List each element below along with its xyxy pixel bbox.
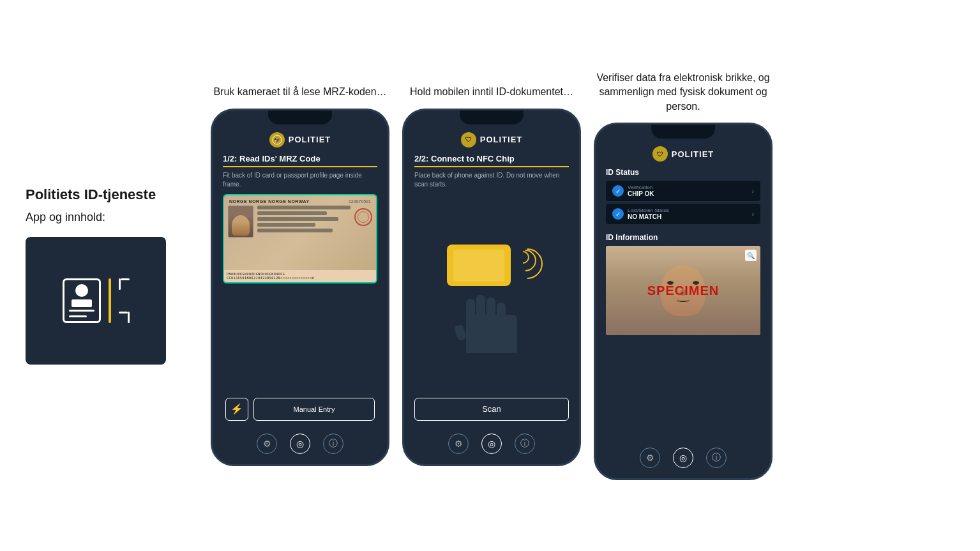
- nfc-waves: [503, 251, 543, 279]
- search-icon-corner[interactable]: 🔍: [745, 250, 757, 261]
- left-panel: Politiets ID-tjeneste App og innhold:: [19, 174, 198, 377]
- phone-3: 🛡 POLITIET ID Status ✓ Verification CHIP…: [594, 123, 773, 480]
- phone-2-notch: [460, 110, 524, 125]
- data-line-1: [257, 206, 351, 209]
- politiet-emblem-3: 🛡: [652, 146, 668, 162]
- data-line-3: [257, 217, 338, 221]
- nfc-illustration: [414, 194, 569, 398]
- app-title: Politiets ID-tjeneste: [26, 186, 156, 203]
- phone-1-header: 🦅 POLITIET: [223, 132, 377, 147]
- bracket-icon: [119, 278, 130, 323]
- step-underline-1: [223, 166, 377, 167]
- bracket-top: [119, 278, 130, 290]
- status-sublabel-1: Verification: [628, 185, 654, 190]
- politiet-text-3: POLITIET: [672, 149, 714, 159]
- scan-icon-3[interactable]: ◎: [673, 448, 693, 468]
- status-label-2: Lost/Stolen Status NO MATCH: [628, 208, 669, 220]
- main-container: Politiets ID-tjeneste App og innhold:: [0, 0, 980, 551]
- bracket-br-v: [128, 312, 130, 323]
- info-icon-3[interactable]: ⓘ: [706, 448, 727, 468]
- bracket-tl-v: [119, 278, 121, 290]
- politiet-emblem-2: 🛡: [461, 132, 476, 147]
- bracket-tl-h: [121, 278, 130, 280]
- phone-2-header: 🛡 POLITIET: [414, 132, 569, 147]
- icon-line-2: [69, 315, 87, 317]
- status-item-2-left: ✓ Lost/Stolen Status NO MATCH: [612, 208, 669, 220]
- scan-frame: NORGE NORGE NORGE NORWAY 123070591: [223, 194, 377, 283]
- icon-line-1: [69, 310, 94, 312]
- emblem-svg-1: 🦅: [272, 135, 282, 145]
- passport-header: NORGE NORGE NORGE NORWAY 123070591: [227, 198, 373, 205]
- passport-image: NORGE NORGE NORGE NORWAY 123070591: [224, 195, 376, 282]
- politiet-logo-1: 🦅 POLITIET: [269, 132, 331, 147]
- hand-palm: [466, 315, 517, 353]
- chevron-2: ›: [752, 211, 754, 218]
- step-underline-2: [414, 166, 569, 167]
- passport-num: 123070591: [349, 199, 371, 204]
- screen2-caption: Hold mobilen inntil ID-dokumentet…: [410, 85, 573, 99]
- phone-2-footer: ⚙ ◎ ⓘ: [404, 427, 579, 464]
- politiet-logo-3: 🛡 POLITIET: [652, 146, 714, 162]
- passport-photo: [228, 206, 253, 238]
- politiet-emblem-1: 🦅: [269, 132, 285, 147]
- phone-3-footer: ⚙ ◎ ⓘ: [596, 441, 771, 478]
- settings-icon-2[interactable]: ⚙: [448, 434, 469, 454]
- screen1-caption: Bruk kameraet til å lese MRZ-koden…: [213, 85, 386, 99]
- nfc-hand: [441, 238, 543, 353]
- passport-face: [232, 215, 250, 236]
- settings-icon-1[interactable]: ⚙: [257, 434, 277, 454]
- red-stamp: [354, 208, 372, 226]
- app-icon-box: [26, 237, 166, 365]
- status-sublabel-2: Lost/Stolen Status: [628, 208, 669, 213]
- svg-text:🦅: 🦅: [274, 137, 280, 144]
- bracket-bottom: [119, 312, 130, 323]
- step-desc-1: Fit back of ID card or passport profile …: [223, 171, 377, 189]
- specimen-text: SPECIMEN: [647, 283, 719, 298]
- settings-icon-3[interactable]: ⚙: [640, 448, 660, 468]
- phone-1: 🦅 POLITIET 1/2: Read IDs' MRZ Code Fit b…: [211, 109, 389, 466]
- mrz-line-2: CC0135591N063J042305012B<<<<<<<<<<<<<<d: [227, 276, 373, 280]
- phone-col-3: Verifiser data fra elektronisk brikke, o…: [594, 71, 773, 480]
- phone-2: 🛡 POLITIET 2/2: Connect to NFC Chip Plac…: [402, 109, 581, 466]
- flash-button[interactable]: ⚡: [225, 398, 248, 421]
- status-item-1-left: ✓ Verification CHIP OK: [612, 185, 654, 197]
- person-body: [72, 299, 92, 307]
- bottom-buttons-1: ⚡ Manual Entry: [223, 398, 377, 421]
- info-icon-1[interactable]: ⓘ: [323, 434, 343, 454]
- scan-button[interactable]: Scan: [414, 398, 569, 421]
- phone-3-header: 🛡 POLITIET: [606, 146, 760, 162]
- phone-2-content: 🛡 POLITIET 2/2: Connect to NFC Chip Plac…: [404, 125, 579, 427]
- phone-1-content: 🦅 POLITIET 1/2: Read IDs' MRZ Code Fit b…: [213, 125, 388, 427]
- status-value-1: CHIP OK: [628, 190, 654, 197]
- info-icon-2[interactable]: ⓘ: [515, 434, 535, 454]
- id-status-title: ID Status: [606, 168, 760, 177]
- face-mouth: [677, 298, 690, 302]
- step-desc-2: Place back of phone against ID. Do not m…: [414, 171, 569, 189]
- screen3-caption: Verifiser data fra elektronisk brikke, o…: [594, 71, 773, 114]
- chevron-1: ›: [752, 188, 754, 195]
- id-info-title: ID Information: [606, 233, 760, 242]
- data-line-2: [257, 211, 327, 215]
- status-check-2: ✓: [612, 208, 624, 220]
- icon-divider: [109, 278, 111, 323]
- person-head: [75, 284, 88, 297]
- phone-col-2: Hold mobilen inntil ID-dokumentet… 🛡 POL…: [402, 85, 581, 465]
- app-subtitle: App og innhold:: [26, 211, 105, 224]
- data-line-4: [257, 223, 315, 227]
- status-item-2: ✓ Lost/Stolen Status NO MATCH ›: [606, 204, 760, 224]
- step-title-1: 1/2: Read IDs' MRZ Code: [223, 154, 377, 163]
- phone-1-notch: [268, 110, 332, 125]
- red-stamp-inner: [358, 211, 369, 223]
- data-line-5: [257, 229, 333, 232]
- manual-entry-button[interactable]: Manual Entry: [253, 398, 375, 421]
- passport-country-1: NORGE NORGE NORGE NORWAY: [229, 199, 310, 204]
- nfc-arc-3: [506, 242, 549, 285]
- mrz-strip: PNORHOEGNOHOEGNOHOEGNOHOEG CC0135591N063…: [224, 270, 376, 282]
- status-item-1: ✓ Verification CHIP OK ›: [606, 181, 760, 201]
- bracket-br-h: [119, 312, 128, 313]
- phone-3-notch: [651, 125, 715, 139]
- phone-3-content: 🛡 POLITIET ID Status ✓ Verification CHIP…: [596, 139, 771, 441]
- phone-col-1: Bruk kameraet til å lese MRZ-koden… 🦅 PO…: [211, 85, 389, 465]
- scan-icon-2[interactable]: ◎: [481, 434, 502, 454]
- scan-icon-1[interactable]: ◎: [290, 434, 310, 454]
